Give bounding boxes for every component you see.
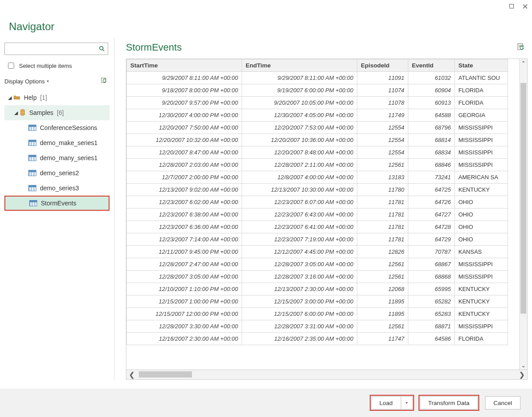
table-cell: 12/20/2007 10:32:00 AM +00:00 xyxy=(127,134,242,146)
table-cell: 12/28/2007 2:47:00 AM +00:00 xyxy=(127,258,242,271)
table-cell: 65282 xyxy=(408,295,455,308)
table-row[interactable]: 9/29/2007 8:11:00 AM +00:009/29/2007 8:1… xyxy=(127,72,508,84)
tree-node-demo_series3[interactable]: demo_series3 xyxy=(4,181,114,196)
scroll-thumb[interactable] xyxy=(139,371,192,378)
scroll-down-icon[interactable]: ⌄ xyxy=(520,362,527,370)
tree-node-samples[interactable]: ◢ Samples [6] xyxy=(4,105,110,120)
tree-node-stormevents[interactable]: StormEvents xyxy=(4,196,110,211)
table-row[interactable]: 12/13/2007 9:02:00 AM +00:0012/13/2007 1… xyxy=(127,184,508,196)
table-row[interactable]: 9/20/2007 9:57:00 PM +00:009/20/2007 10:… xyxy=(127,97,508,109)
table-cell: 11781 xyxy=(357,196,408,208)
table-row[interactable]: 12/20/2007 8:47:00 AM +00:0012/20/2007 8… xyxy=(127,146,508,159)
search-icon[interactable] xyxy=(97,46,107,52)
column-header[interactable]: StartTime xyxy=(127,59,242,72)
column-header[interactable]: EpisodeId xyxy=(357,59,408,72)
search-input[interactable] xyxy=(5,46,97,52)
table-cell: 11895 xyxy=(357,308,408,320)
tree: ◢ Help [1] ◢ Samples [6] ConferenceSessi… xyxy=(4,90,114,211)
table-cell: 12/23/2007 6:02:00 AM +00:00 xyxy=(127,196,242,208)
table-cell: 12/20/2007 7:50:00 AM +00:00 xyxy=(127,122,242,134)
table-cell: MISSISSIPPI xyxy=(455,271,508,283)
table-row[interactable]: 12/23/2007 6:38:00 AM +00:0012/23/2007 6… xyxy=(127,208,508,221)
column-header[interactable]: EventId xyxy=(408,59,455,72)
table-row[interactable]: 12/15/2007 12:00:00 PM +00:0012/15/2007 … xyxy=(127,308,508,320)
table-cell: 12/13/2007 9:02:00 AM +00:00 xyxy=(127,184,242,196)
tree-node-help[interactable]: ◢ Help [1] xyxy=(4,90,114,105)
table-cell: 12068 xyxy=(357,283,408,295)
scroll-right-icon[interactable]: ❯ xyxy=(516,370,527,379)
tree-node-demo_make_series1[interactable]: demo_make_series1 xyxy=(4,135,114,150)
table-row[interactable]: 12/16/2007 2:30:00 AM +00:0012/16/2007 2… xyxy=(127,333,508,345)
table-cell: 12/28/2007 3:31:00 AM +00:00 xyxy=(242,320,357,333)
table-cell: 11781 xyxy=(357,208,408,221)
header: Navigator xyxy=(0,12,532,38)
table-cell: OHIO xyxy=(455,196,508,208)
search-input-wrap[interactable] xyxy=(4,43,108,55)
cancel-button[interactable]: Cancel xyxy=(485,396,520,409)
scroll-left-icon[interactable]: ❮ xyxy=(126,370,137,379)
table-cell: 12/20/2007 10:36:00 AM +00:00 xyxy=(242,134,357,146)
page-title: Navigator xyxy=(9,20,523,33)
table-cell: 12/12/2007 4:45:00 PM +00:00 xyxy=(242,246,357,258)
vertical-scrollbar[interactable]: ⌃ ⌄ xyxy=(519,59,527,370)
table-cell: 12/28/2007 3:05:00 AM +00:00 xyxy=(127,271,242,283)
tree-twisty-icon[interactable]: ◢ xyxy=(7,95,12,101)
table-row[interactable]: 12/15/2007 1:00:00 PM +00:0012/15/2007 3… xyxy=(127,295,508,308)
scroll-up-icon[interactable]: ⌃ xyxy=(520,59,527,67)
table-icon xyxy=(28,125,36,131)
load-button-group: Load ▼ xyxy=(371,396,413,409)
table-cell: 12/16/2007 2:35:00 AM +00:00 xyxy=(242,333,357,345)
table-cell: ATLANTIC SOU xyxy=(455,72,508,84)
table-row[interactable]: 12/30/2007 4:00:00 PM +00:0012/30/2007 4… xyxy=(127,109,508,122)
chevron-down-icon: ▼ xyxy=(46,79,50,83)
table-row[interactable]: 12/28/2007 2:47:00 AM +00:0012/28/2007 3… xyxy=(127,258,508,271)
table-cell: 11749 xyxy=(357,109,408,122)
table-cell: 64726 xyxy=(408,196,455,208)
table-row[interactable]: 12/20/2007 7:50:00 AM +00:0012/20/2007 7… xyxy=(127,122,508,134)
window-maximize-button[interactable] xyxy=(508,3,515,10)
table-cell: 12/28/2007 3:16:00 AM +00:00 xyxy=(242,271,357,283)
table-row[interactable]: 12/20/2007 10:32:00 AM +00:0012/20/2007 … xyxy=(127,134,508,146)
table-row[interactable]: 12/28/2007 3:05:00 AM +00:0012/28/2007 3… xyxy=(127,271,508,283)
tree-label: StormEvents xyxy=(41,200,76,207)
select-multiple-input[interactable] xyxy=(8,63,14,69)
table-row[interactable]: 12/28/2007 3:30:00 AM +00:0012/28/2007 3… xyxy=(127,320,508,333)
table-cell: 64725 xyxy=(408,184,455,196)
table-cell: 12554 xyxy=(357,122,408,134)
table-cell: 9/20/2007 9:57:00 PM +00:00 xyxy=(127,97,242,109)
table-cell: 9/29/2007 8:11:00 AM +00:00 xyxy=(127,72,242,84)
load-dropdown-button[interactable]: ▼ xyxy=(401,396,413,409)
table-row[interactable]: 12/11/2007 9:45:00 PM +00:0012/12/2007 4… xyxy=(127,246,508,258)
table-cell: 12/30/2007 4:00:00 PM +00:00 xyxy=(127,109,242,122)
tree-node-conferencesessions[interactable]: ConferenceSessions xyxy=(4,120,114,135)
table-cell: 11091 xyxy=(357,72,408,84)
column-header[interactable]: State xyxy=(455,59,508,72)
load-button[interactable]: Load xyxy=(371,396,401,409)
select-multiple-checkbox[interactable]: Select multiple items xyxy=(4,61,114,70)
table-cell: 12561 xyxy=(357,258,408,271)
table-row[interactable]: 12/10/2007 1:10:00 PM +00:0012/13/2007 2… xyxy=(127,283,508,295)
table-row[interactable]: 12/23/2007 6:02:00 AM +00:0012/23/2007 6… xyxy=(127,196,508,208)
table-cell: 61032 xyxy=(408,72,455,84)
table-row[interactable]: 12/28/2007 2:03:00 AM +00:0012/28/2007 2… xyxy=(127,159,508,171)
tree-label: demo_series3 xyxy=(40,185,79,192)
tree-twisty-icon[interactable]: ◢ xyxy=(13,110,19,116)
scroll-thumb[interactable] xyxy=(520,83,526,314)
table-cell: 11780 xyxy=(357,184,408,196)
table-row[interactable]: 12/23/2007 6:36:00 AM +00:0012/23/2007 6… xyxy=(127,221,508,233)
table-cell: FLORIDA xyxy=(455,84,508,97)
tree-node-demo_many_series1[interactable]: demo_many_series1 xyxy=(4,150,114,165)
table-row[interactable]: 12/23/2007 7:14:00 AM +00:0012/23/2007 7… xyxy=(127,233,508,246)
data-grid[interactable]: StartTimeEndTimeEpisodeIdEventIdState 9/… xyxy=(126,59,528,370)
transform-data-button[interactable]: Transform Data xyxy=(420,396,478,409)
window-close-button[interactable] xyxy=(521,3,528,10)
horizontal-scrollbar[interactable]: ❮ ❯ xyxy=(126,370,528,380)
table-row[interactable]: 12/7/2007 2:00:00 PM +00:0012/8/2007 4:0… xyxy=(127,171,508,184)
display-options-dropdown[interactable]: Display Options ▼ xyxy=(4,78,50,85)
tree-node-demo_series2[interactable]: demo_series2 xyxy=(4,165,114,181)
refresh-icon[interactable] xyxy=(101,77,108,86)
table-row[interactable]: 9/18/2007 8:00:00 PM +00:009/19/2007 6:0… xyxy=(127,84,508,97)
table-cell: 12/15/2007 12:00:00 PM +00:00 xyxy=(127,308,242,320)
column-header[interactable]: EndTime xyxy=(242,59,357,72)
page-refresh-icon[interactable] xyxy=(517,43,525,53)
